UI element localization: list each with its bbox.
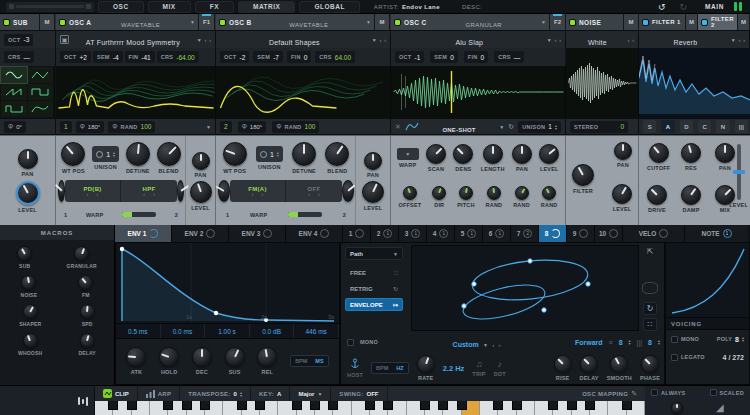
prev-preset-icon[interactable]: ‹	[555, 37, 557, 43]
osc-a-warp1-knob[interactable]	[58, 180, 65, 202]
osc-a-power-led[interactable]	[59, 19, 66, 26]
filter1-power-led[interactable]	[642, 19, 649, 26]
osc-c-offset-knob[interactable]	[403, 186, 417, 200]
piano-key-black[interactable]	[622, 401, 632, 410]
warp-arrows-icon[interactable]: ‹›	[308, 192, 327, 196]
sus-value[interactable]: 0.0 dB	[250, 324, 295, 338]
lfo-host-anchor[interactable]: HOST	[347, 358, 363, 378]
loop-icon[interactable]: ↻	[508, 123, 514, 131]
warp-slot-2[interactable]: OFF‹›	[286, 180, 342, 202]
osc-b-mute-button[interactable]: M	[375, 14, 390, 30]
filter-tab-d[interactable]: D	[680, 120, 693, 133]
stepper-icon[interactable]: ▴▾	[629, 339, 631, 345]
noise-pan-knob[interactable]	[614, 142, 632, 160]
osc-c-pitch-knob[interactable]	[459, 186, 473, 200]
macro-knob-sub[interactable]	[17, 246, 32, 261]
tab-lfo9[interactable]: 9	[567, 225, 595, 242]
noise-header[interactable]: NOISE	[566, 14, 624, 30]
piano-key-black[interactable]	[548, 401, 558, 410]
lfo-free-button[interactable]: FREE∷	[345, 266, 403, 279]
tab-velo[interactable]: VELO	[623, 225, 685, 242]
grain-x-icon[interactable]: ✕	[395, 123, 401, 131]
macro-knob-delay[interactable]	[80, 333, 95, 348]
lfo-envelope-button[interactable]: ENVELOPE↦	[345, 298, 403, 311]
filter2-header[interactable]: FILTER 2	[698, 14, 738, 30]
filter-level-slider[interactable]	[737, 144, 741, 200]
sem-field[interactable]: SEM-7	[253, 51, 283, 63]
ramp-icon[interactable]: ◢	[716, 403, 724, 413]
osc-a-filter-route-button[interactable]: F1	[199, 14, 215, 30]
wavetable-editor-icon[interactable]: ▣	[60, 35, 69, 44]
prev-type-icon[interactable]: ‹	[739, 37, 741, 43]
env-dec-knob[interactable]	[192, 347, 212, 367]
osc-a-preset-name[interactable]: AT Furthrrrr Mood Symmetry	[86, 39, 180, 46]
osc-a-blend-knob[interactable]	[157, 142, 181, 166]
piano-key-black[interactable]	[457, 401, 467, 410]
osc-c-level-knob[interactable]	[539, 144, 559, 164]
sub-wave-pulse[interactable]	[1, 101, 27, 117]
lfo-rise-knob[interactable]	[554, 355, 572, 373]
tab-lfo4[interactable]: 41	[427, 225, 455, 242]
filter-res-knob[interactable]	[681, 143, 701, 163]
tab-matrix[interactable]: MATRIX	[238, 1, 295, 13]
bend-knob[interactable]	[671, 402, 683, 414]
export-icon[interactable]: ⇱	[647, 247, 654, 256]
macro-knob-noise[interactable]	[21, 275, 36, 290]
lfo-bpm-hz-toggle[interactable]: BPMHZ	[371, 362, 409, 374]
piano-key-black[interactable]	[365, 401, 375, 410]
sub-wave-square[interactable]	[28, 84, 54, 100]
sub-level-knob[interactable]	[16, 181, 40, 205]
stepper-icon[interactable]: ▴▾	[555, 124, 557, 130]
lfo-direction-dropdown[interactable]: Forward	[575, 339, 603, 346]
piano-key-black[interactable]	[567, 401, 577, 410]
piano-key-black[interactable]	[163, 401, 173, 410]
osc-b-level-knob[interactable]	[362, 181, 384, 203]
filter-tab-n[interactable]: N	[716, 120, 729, 133]
sub-mute-button[interactable]: M	[40, 14, 55, 30]
piano-key-black[interactable]	[585, 401, 595, 410]
osc-b-preset-name[interactable]: Default Shapes	[269, 39, 320, 46]
osc-c-warp-dropdown[interactable]: ▼	[397, 148, 419, 160]
phase-rand-field[interactable]: ΦRAND100	[108, 121, 155, 133]
tab-env2[interactable]: ENV 2	[172, 225, 229, 242]
macro-knob-spd[interactable]	[80, 304, 95, 319]
piano-key-black[interactable]	[328, 401, 338, 410]
clip-toggle[interactable]: CLIP	[95, 386, 138, 401]
tab-lfo7[interactable]: 72	[511, 225, 539, 242]
osc-b-wtpos-knob[interactable]	[223, 142, 247, 166]
osc-b-warp2-knob[interactable]	[342, 180, 354, 202]
next-type-icon[interactable]: ›	[743, 37, 745, 43]
macro-knob-shaper[interactable]	[23, 304, 38, 319]
desc-field[interactable]: DESC:	[462, 4, 482, 10]
warp-arrows-icon[interactable]: ‹›	[87, 192, 106, 196]
stepper-icon[interactable]: ▴▾	[240, 391, 242, 397]
osc-a-pan-knob[interactable]	[192, 152, 210, 170]
filter-damp-knob[interactable]	[681, 185, 701, 205]
next-preset-icon[interactable]: ›	[209, 37, 211, 43]
osc-b-power-led[interactable]	[219, 19, 226, 26]
stereo-field[interactable]: STEREO0	[570, 121, 628, 133]
oct-field[interactable]: OCT+2	[60, 51, 91, 63]
scale-dropdown[interactable]: Major ▼	[290, 386, 331, 401]
voice-field[interactable]: 1	[60, 121, 72, 133]
tab-note[interactable]: NOTE1	[685, 225, 748, 242]
tab-env3[interactable]: ENV 3	[229, 225, 286, 242]
sub-oct-field[interactable]: OCT-3	[4, 34, 33, 46]
filter-response-display[interactable]	[639, 48, 750, 118]
osc-a-detune-knob[interactable]	[126, 142, 150, 166]
key-control[interactable]: KEY: A	[251, 386, 290, 401]
lfo-grid-y-value[interactable]: 8	[648, 339, 652, 346]
tab-env4[interactable]: ENV 4	[286, 225, 343, 242]
crs-field[interactable]: CRS-64.00	[157, 51, 199, 63]
lfo-shape-dropdown[interactable]: Custom	[453, 341, 479, 348]
sub-wave-triangle[interactable]	[28, 67, 54, 83]
chevron-down-icon[interactable]: ▼	[731, 37, 736, 43]
prev-shape-icon[interactable]: ‹	[493, 342, 495, 348]
undo-icon[interactable]: ↺	[658, 2, 666, 12]
tab-env1[interactable]: ENV 1	[115, 225, 172, 242]
filter-cutoff-knob[interactable]	[649, 143, 669, 163]
sub-phase-field[interactable]: Φ0°	[4, 121, 26, 133]
tab-lfo5[interactable]: 51	[455, 225, 483, 242]
tab-global[interactable]: GLOBAL	[299, 1, 359, 13]
note-curve-display[interactable]	[666, 243, 749, 317]
